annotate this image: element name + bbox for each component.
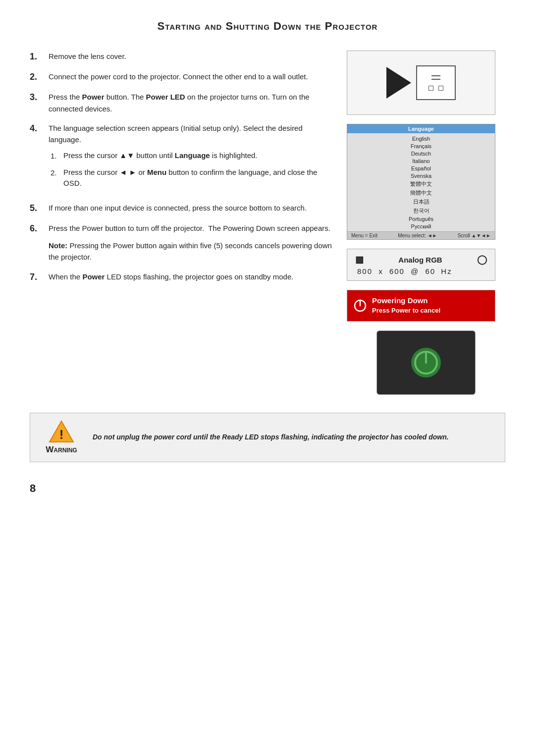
lang-footer-right: Scroll ▲▼◄► [458,233,491,238]
lang-footer-left: Menu = Exit [351,233,377,238]
step-2-number: 2. [30,71,44,83]
warning-triangle-icon: ! [49,420,74,443]
standby-led-diagram [376,330,476,395]
step-6: 6. Press the Power button to turn off th… [30,222,332,263]
step-4-substeps: 1. Press the cursor ▲▼ button until Lang… [51,150,332,189]
step-3: 3. Press the Power button. The Power LED… [30,91,332,114]
step-4-sub-2-text: Press the cursor ◄ ► or Menu button to c… [63,167,332,189]
signal-source-label: Analog RGB [398,256,442,264]
step-7-text: When the Power LED stops flashing, the p… [49,271,293,282]
step-1: 1. Remove the lens cover. [30,51,332,63]
lang-menu-item: 한국어 [347,206,495,215]
lang-menu-item: Русский [347,222,495,230]
signal-source-icon: ▩ [355,254,364,265]
step-4-sub-1-num: 1. [51,150,59,162]
arrow-icon [386,67,411,99]
standby-diagram-wrapper [347,330,505,395]
step-4: 4. The language selection screen appears… [30,122,332,194]
step-1-number: 1. [30,51,44,63]
lang-menu-title: Language [347,124,495,133]
step-7-number: 7. [30,271,44,283]
step-5-text: If more than one input device is connect… [49,202,307,214]
lang-menu-item: Italiano [347,157,495,164]
warning-icon-wrap: ! Warning [39,420,84,455]
signal-resolution-row: 800 x 600 @ 60 Hz [357,267,487,275]
signal-x-symbol: x [378,267,383,275]
step-4-number: 4. [30,122,44,135]
svg-text:!: ! [59,427,64,442]
signal-freq: 60 [425,267,435,275]
warning-section: ! Warning Do not unplug the power cord u… [30,413,505,462]
warning-text: Do not unplug the power cord until the R… [93,432,449,443]
indicator-2 [438,86,443,91]
indicator-1 [428,86,433,91]
step-6-note: Note: Pressing the Power button again wi… [49,240,332,263]
step-4-sub-1-text: Press the cursor ▲▼ button until Languag… [63,150,258,162]
step-5-number: 5. [30,202,44,215]
language-menu: Language EnglishFrançaisDeutschItalianoE… [347,124,495,240]
step-5: 5. If more than one input device is conn… [30,202,332,215]
step-1-text: Remove the lens cover. [49,51,126,62]
signal-v-res: 600 [389,267,405,275]
power-down-subtitle: Press Power to cancel [372,307,487,314]
lang-menu-items: EnglishFrançaisDeutschItalianoEspañolSve… [347,133,495,231]
lang-menu-item: 簡體中文 [347,188,495,197]
vent-line-1 [431,75,440,76]
step-7: 7. When the Power LED stops flashing, th… [30,271,332,283]
step-4-sub-2: 2. Press the cursor ◄ ► or Menu button t… [51,167,332,189]
step-4-sub-1: 1. Press the cursor ▲▼ button until Lang… [51,150,332,162]
power-down-box: Powering Down Press Power to cancel [347,290,495,322]
signal-display-icon: ◯ [477,254,487,265]
proj-indicators [428,86,443,91]
steps-column: 1. Remove the lens cover. 2. Connect the… [30,51,332,395]
signal-h-res: 800 [357,267,373,275]
lang-menu-item: 日本語 [347,197,495,206]
step-6-number: 6. [30,222,44,235]
signal-hz: Hz [441,267,452,275]
lang-menu-footer: Menu = Exit Menu select: ◄► Scroll ▲▼◄► [347,231,495,239]
signal-info-box: ▩ Analog RGB ◯ 800 x 600 @ 60 Hz [347,249,495,281]
lang-menu-item: Português [347,215,495,222]
vent-lines [431,75,440,80]
warning-label: Warning [46,445,77,455]
step-3-text: Press the Power button. The Power LED on… [49,91,332,114]
step-2: 2. Connect the power cord to the project… [30,71,332,83]
page-title: Starting and Shutting Down the Projector [30,20,505,33]
power-button-svg [409,345,443,380]
power-down-icon [353,299,367,313]
lang-menu-item: Français [347,142,495,150]
projector-connection-diagram [347,51,495,115]
step-2-text: Connect the power cord to the projector.… [49,71,308,82]
lang-menu-item: 繁體中文 [347,179,495,188]
lang-footer-mid: Menu select: ◄► [398,233,437,238]
lang-menu-item: Deutsch [347,150,495,157]
illustrations-column: Language EnglishFrançaisDeutschItalianoE… [347,51,505,395]
step-4-sub-2-num: 2. [51,167,59,178]
step-4-text: The language selection screen appears (I… [49,122,332,194]
lang-menu-item: Español [347,164,495,172]
signal-at-symbol: @ [411,267,419,275]
vent-line-2 [431,79,440,80]
power-down-title: Powering Down [372,296,487,305]
signal-top-row: ▩ Analog RGB ◯ [355,254,487,265]
projector-box-icon [416,65,456,100]
lang-menu-item: Svenska [347,172,495,179]
page-number: 8 [30,482,505,495]
step-3-number: 3. [30,91,44,104]
step-6-text: Press the Power button to turn off the p… [49,222,332,263]
lang-menu-item: English [347,135,495,142]
